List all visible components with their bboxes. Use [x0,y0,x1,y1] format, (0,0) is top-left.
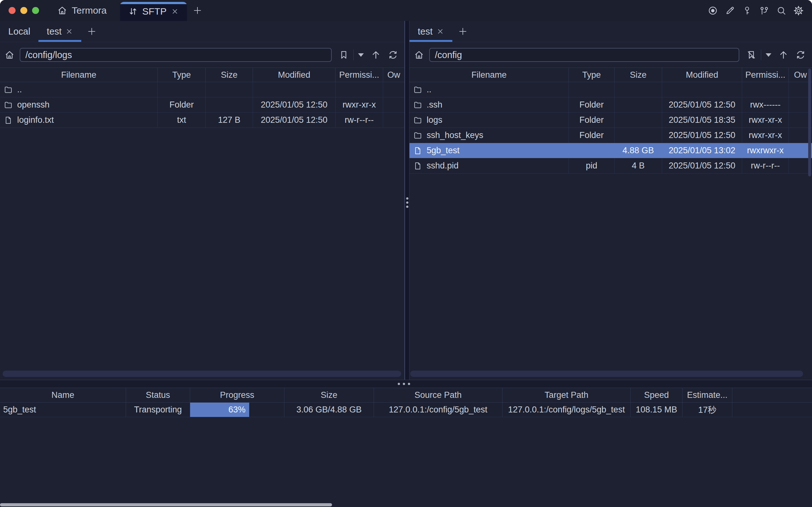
refresh-button[interactable] [794,50,808,60]
transfer-source-path: 127.0.0.1:/config/5gb_test [374,403,502,417]
column-header-permissions[interactable]: Permissi... [742,68,789,82]
home-icon [57,5,67,15]
column-header-progress[interactable]: Progress [190,388,284,402]
horizontal-scrollbar[interactable] [3,371,401,377]
file-permissions: rwxr-xr-x [335,97,383,112]
table-row[interactable]: loginfo.txt txt 127 B 2025/01/05 12:50 r… [0,113,404,128]
file-permissions [335,82,383,97]
column-header-size[interactable]: Size [284,388,374,402]
close-tab-icon[interactable] [436,27,444,35]
right-path-input[interactable] [429,48,739,62]
transfer-horizontal-scrollbar[interactable] [0,503,332,506]
pane-splitter[interactable] [404,21,410,380]
record-icon[interactable] [708,5,718,16]
splitter-handle-icon [398,383,410,385]
left-pane-tabs: Local test [0,21,404,42]
close-window-button[interactable] [9,7,15,14]
file-type: Folder [569,128,614,143]
file-size: 4 B [614,158,662,173]
app-window: Termora SFTP Local [0,0,812,507]
new-tab-button[interactable] [193,6,202,15]
column-header-target-path[interactable]: Target Path [502,388,631,402]
bookmark-remove-button[interactable] [744,50,758,60]
filename: .ssh [427,100,442,110]
column-header-name[interactable]: Name [0,388,126,402]
table-row[interactable]: .. [410,82,812,97]
filename: ssh_host_keys [427,130,483,140]
file-owner [383,97,404,112]
column-header-owner[interactable]: Ow [383,68,404,82]
vertical-scrollbar[interactable] [808,68,811,176]
transfer-arrows-icon [128,7,138,16]
home-icon[interactable] [4,50,15,60]
column-header-modified[interactable]: Modified [253,68,335,82]
tab-test-right[interactable]: test [410,21,452,42]
column-header-source-path[interactable]: Source Path [374,388,502,402]
table-row[interactable]: ssh_host_keys Folder 2025/01/05 12:50 rw… [410,128,812,143]
file-permissions: rw-r--r-- [742,158,789,173]
minimize-window-button[interactable] [20,7,27,14]
key-icon[interactable] [742,5,752,16]
column-header-filename[interactable]: Filename [0,68,158,82]
parent-directory-button[interactable] [369,50,383,60]
tab-sftp[interactable]: SFTP [120,2,187,21]
traffic-lights [0,7,54,14]
tab-test-left[interactable]: test [39,21,81,42]
divider [761,50,761,60]
parent-directory-button[interactable] [776,50,791,60]
close-tab-icon[interactable] [171,8,179,15]
titlebar: Termora SFTP [0,0,812,21]
refresh-icon [796,50,806,60]
settings-gear-icon[interactable] [793,5,804,16]
column-header-type[interactable]: Type [569,68,614,82]
table-row-selected[interactable]: 5gb_test 4.88 GB 2025/01/05 13:02 rwxrwx… [410,143,812,158]
left-path-input[interactable] [20,48,332,62]
transfer-speed: 108.15 MB [631,403,683,417]
refresh-button[interactable] [386,50,400,60]
edit-icon[interactable] [725,5,735,16]
app-home-tab[interactable]: Termora [57,5,107,16]
right-new-tab-button[interactable] [452,21,473,42]
bookmark-button[interactable] [337,50,351,60]
file-permissions [742,82,789,97]
column-header-filename[interactable]: Filename [410,68,569,82]
column-header-permissions[interactable]: Permissi... [335,68,383,82]
search-icon[interactable] [776,5,787,16]
transfer-panel-splitter[interactable] [0,380,812,388]
table-row[interactable]: sshd.pid pid 4 B 2025/01/05 12:50 rw-r--… [410,158,812,174]
file-size: 127 B [206,113,253,127]
filename: openssh [17,100,50,110]
plus-icon [193,6,202,15]
folder-icon [413,116,422,125]
tab-sftp-label: SFTP [142,6,167,17]
bookmark-dropdown-button[interactable] [356,53,366,57]
column-header-estimate[interactable]: Estimate... [683,388,732,402]
horizontal-scrollbar[interactable] [410,371,803,377]
tab-local[interactable]: Local [0,21,39,42]
table-row[interactable]: .. [0,82,404,97]
file-type: Folder [158,97,206,112]
table-row[interactable]: .ssh Folder 2025/01/05 12:50 rwx------ [410,97,812,113]
transfer-row[interactable]: 5gb_test Transporting 63% 3.06 GB/4.88 G… [0,403,812,417]
arrow-up-icon [778,50,789,60]
transfer-progress-cell: 63% [190,403,284,417]
column-header-modified[interactable]: Modified [662,68,742,82]
column-header-speed[interactable]: Speed [631,388,683,402]
file-modified: 2025/01/05 13:02 [662,143,742,158]
left-new-tab-button[interactable] [81,21,102,42]
close-tab-icon[interactable] [65,27,73,35]
keychain-icon[interactable] [759,5,769,16]
column-header-type[interactable]: Type [158,68,206,82]
home-icon[interactable] [414,50,424,60]
zoom-window-button[interactable] [32,7,39,14]
table-row[interactable]: openssh Folder 2025/01/05 12:50 rwxr-xr-… [0,97,404,113]
table-row[interactable]: logs Folder 2025/01/05 18:35 rwxr-xr-x [410,113,812,128]
active-tab-accent [120,2,187,4]
column-header-size[interactable]: Size [206,68,253,82]
column-header-status[interactable]: Status [126,388,190,402]
filename: logs [427,115,442,125]
column-header-size[interactable]: Size [614,68,662,82]
left-path-actions [337,50,400,60]
bookmark-dropdown-button[interactable] [764,53,773,57]
folder-icon [4,86,13,94]
